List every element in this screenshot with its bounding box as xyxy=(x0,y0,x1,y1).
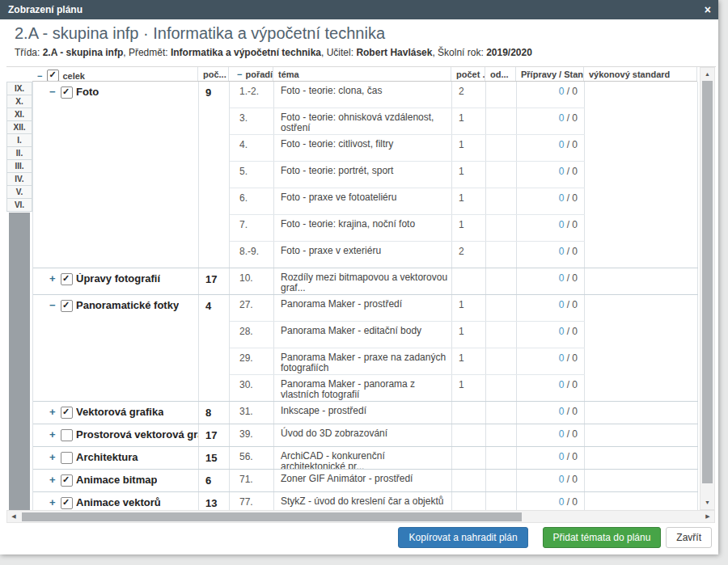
topic-order: 5. xyxy=(230,162,274,188)
topic-order: 77. xyxy=(230,492,274,510)
standard-count: / 0 xyxy=(564,166,578,177)
scroll-left-icon[interactable]: ◀ xyxy=(7,511,20,522)
group-topics: 1.-2.Foto - teorie: clona, čas20 / 03.Fo… xyxy=(230,82,585,268)
month-xii[interactable]: XII. xyxy=(6,121,32,134)
month-i[interactable]: I. xyxy=(6,134,32,147)
group-checkbox[interactable] xyxy=(61,429,73,441)
group-hours: 8 xyxy=(199,402,230,424)
group-label: Architektura xyxy=(76,452,138,463)
copy-replace-plan-button[interactable]: Kopírovat a nahradit plán xyxy=(398,527,527,548)
select-all-checkbox[interactable] xyxy=(47,70,59,81)
group-checkbox[interactable] xyxy=(61,452,73,464)
month-vi[interactable]: VI. xyxy=(6,199,32,212)
meta-separator: , xyxy=(321,47,327,58)
topic-od xyxy=(486,348,517,374)
group-label: Animace bitmap xyxy=(76,474,157,486)
months-scrollbar-thumb[interactable] xyxy=(9,213,30,510)
expand-group-icon[interactable]: + xyxy=(49,407,59,417)
group-checkbox[interactable] xyxy=(61,474,73,487)
month-xi[interactable]: XI. xyxy=(6,108,32,121)
topic-row: 28.Panorama Maker - editační body10 / 0 xyxy=(230,322,585,348)
topic-row: 56.ArchiCAD - konkurenční architektonick… xyxy=(230,447,585,469)
month-ix[interactable]: IX. xyxy=(6,82,32,95)
collapse-all-icon[interactable]: − xyxy=(37,71,42,81)
standard-count: / 0 xyxy=(564,299,578,310)
group-topics: 39.Úvod do 3D zobrazování0 / 0 xyxy=(230,424,585,446)
group-row: +Animace vektorů1377.StykZ - úvod do kre… xyxy=(33,492,698,510)
topic-prep-cell: 0 / 0 xyxy=(517,108,585,134)
standard-count: / 0 xyxy=(564,474,578,485)
topic-prep-cell: 0 / 0 xyxy=(517,135,585,161)
group-hours: 13 xyxy=(199,492,230,510)
column-header-celek[interactable]: −celek xyxy=(32,67,198,81)
group-checkbox[interactable] xyxy=(61,497,73,509)
standard-count: / 0 xyxy=(564,451,578,462)
month-iv[interactable]: IV. xyxy=(6,173,32,186)
topic-od xyxy=(486,322,517,348)
month-x[interactable]: X. xyxy=(6,95,32,108)
topic-od xyxy=(486,82,517,108)
topic-order: 30. xyxy=(230,375,274,401)
standard-count: / 0 xyxy=(564,406,578,417)
group-checkbox[interactable] xyxy=(61,407,73,419)
column-header-poradi[interactable]: −pořadí xyxy=(229,67,273,81)
topic-row: 31.Inkscape - prostředí0 / 0 xyxy=(230,402,585,424)
topic-order: 4. xyxy=(230,135,274,161)
group-checkbox[interactable] xyxy=(61,86,73,99)
topic-count: 1 xyxy=(452,375,486,401)
column-header-pocet[interactable]: počet ... xyxy=(451,67,485,81)
horizontal-scrollbar[interactable]: ◀ ▶ xyxy=(6,510,715,523)
close-icon[interactable]: × xyxy=(705,0,711,19)
topic-count: 1 xyxy=(452,188,486,214)
topic-row: 10.Rozdíly mezi bitmapovou a vektorovou … xyxy=(230,268,585,294)
topic-od xyxy=(486,108,517,134)
topic-count xyxy=(452,402,486,424)
expand-group-icon[interactable]: + xyxy=(49,273,59,284)
collapse-group-icon[interactable]: − xyxy=(49,86,59,97)
topic-od xyxy=(486,424,517,446)
meta-label: Třída: xyxy=(15,47,43,58)
meta-value: 2.A - skupina infp xyxy=(43,47,124,58)
group-label: Panoramatické fotky xyxy=(76,300,179,311)
group-standard-cell xyxy=(585,492,698,510)
months-column: IX.X.XI.XII.I.II.III.IV.V.VI. xyxy=(6,82,32,212)
scroll-right-icon[interactable]: ▶ xyxy=(701,511,714,522)
topic-od xyxy=(486,492,517,510)
column-header-celek-label: celek xyxy=(62,71,85,81)
expand-group-icon[interactable]: + xyxy=(49,452,59,462)
topic-prep-cell: 0 / 0 xyxy=(517,322,585,348)
topic-od xyxy=(486,242,517,268)
column-header-od[interactable]: od... xyxy=(485,67,516,81)
column-header-tema[interactable]: téma xyxy=(273,67,451,81)
topic-count: 2 xyxy=(452,242,486,268)
poradi-collapse-icon[interactable]: − xyxy=(237,70,242,79)
vertical-scrollbar-thumb[interactable] xyxy=(702,81,713,483)
topic-od xyxy=(486,268,517,294)
vertical-scrollbar[interactable]: ▲ ▼ xyxy=(700,67,715,510)
horizontal-scrollbar-thumb[interactable] xyxy=(22,512,522,521)
topic-od xyxy=(486,215,517,241)
column-header-vykonovy[interactable]: výkonový standard xyxy=(584,67,697,81)
add-topics-button[interactable]: Přidat témata do plánu xyxy=(543,527,662,548)
group-topics: 31.Inkscape - prostředí0 / 0 xyxy=(230,402,585,424)
group-label: Prostorová vektorová graf... xyxy=(76,429,198,441)
group-checkbox[interactable] xyxy=(61,273,73,285)
expand-group-icon[interactable]: + xyxy=(49,497,59,508)
topic-count: 1 xyxy=(452,295,486,321)
dialog-footer: Kopírovat a nahradit plán Přidat témata … xyxy=(398,527,712,548)
month-iii[interactable]: III. xyxy=(6,160,32,173)
topic-prep-cell: 0 / 0 xyxy=(517,492,585,510)
close-button[interactable]: Zavřít xyxy=(666,527,712,548)
column-header-poradi-label: pořadí xyxy=(245,70,273,79)
group-hours: 17 xyxy=(199,268,230,294)
column-header-poc[interactable]: poč... xyxy=(198,67,229,81)
scroll-up-icon[interactable]: ▲ xyxy=(700,68,714,81)
scroll-down-icon[interactable]: ▼ xyxy=(700,496,714,509)
column-header-pripravy[interactable]: Přípravy / Stand... xyxy=(516,67,584,81)
expand-group-icon[interactable]: + xyxy=(49,429,59,440)
month-v[interactable]: V. xyxy=(6,186,32,199)
group-checkbox[interactable] xyxy=(61,300,73,312)
expand-group-icon[interactable]: + xyxy=(49,474,59,485)
collapse-group-icon[interactable]: − xyxy=(49,300,59,310)
month-ii[interactable]: II. xyxy=(6,147,32,160)
